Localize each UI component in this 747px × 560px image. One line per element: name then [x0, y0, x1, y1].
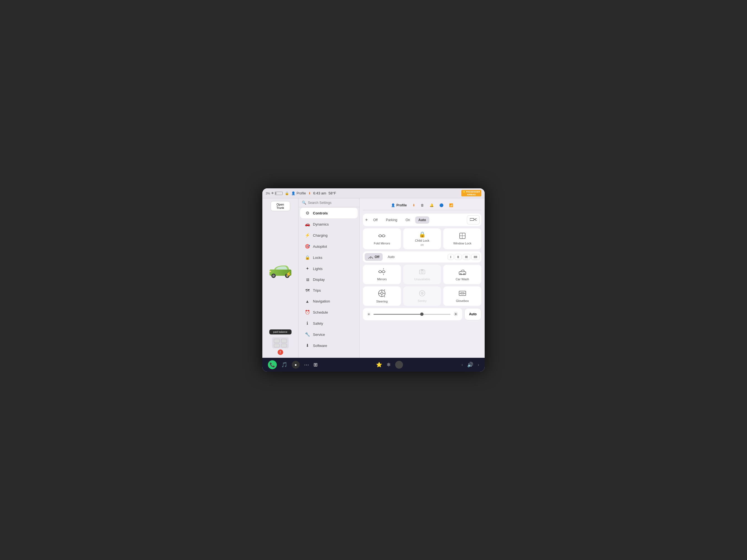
lights-on-button[interactable]: On — [402, 216, 413, 223]
nav-item-charging[interactable]: ⚡ Charging — [300, 230, 358, 241]
sentry-svg — [419, 290, 426, 297]
call-button[interactable]: 📞 — [268, 360, 277, 369]
main-area: Open Trunk — [262, 198, 485, 358]
grid-icon[interactable]: ⊞ — [313, 362, 318, 368]
nav-item-schedule[interactable]: ⏰ Schedule — [300, 307, 358, 318]
wiper-speed-1[interactable]: I — [448, 254, 454, 260]
profile-bar-profile[interactable]: 👤 Profile — [391, 203, 407, 207]
charging-label: Charging — [313, 233, 328, 238]
svg-rect-10 — [470, 218, 474, 220]
brightness-icon: ☀ — [367, 312, 371, 317]
paid-balance-button[interactable]: paid balance — [269, 329, 291, 335]
nav-item-dynamics[interactable]: 🚗 Dynamics — [300, 219, 358, 230]
wiper-off-button[interactable]: Off — [365, 253, 383, 261]
next-chevron[interactable]: › — [478, 363, 479, 367]
nav-item-controls[interactable]: ⊙ Controls — [300, 208, 358, 218]
nav-item-autopilot[interactable]: 🎯 Autopilot — [300, 241, 358, 252]
steering-label: Steering — [376, 300, 388, 303]
mirrors-adjust-label: Mirrors — [377, 277, 387, 281]
nav-item-software[interactable]: ⬇ Software — [300, 340, 358, 351]
mirror-lock-row: Fold Mirrors 🔒 Child Lock on — [363, 228, 481, 249]
auto-brightness-button[interactable]: Auto — [464, 308, 481, 320]
brightness-fill — [374, 314, 423, 315]
display-label: Display — [313, 277, 325, 282]
more-icon[interactable]: ⋯ — [304, 362, 309, 368]
status-left: 3% ❄ 🔒 👤 Profile ⬇ 6:43 am 58°F — [266, 191, 336, 195]
mirrors-adjust-icon — [378, 268, 386, 276]
controls-panel: 👤 Profile ⬇ 🗑 🔔 🔵 📶 — [360, 198, 485, 358]
child-lock-label: Child Lock — [415, 239, 429, 242]
battery-indicator: 3% ❄ — [266, 191, 283, 195]
profile-icon-top: 👤 — [291, 191, 295, 195]
charging-icon: ⚡ — [305, 233, 310, 238]
volume-icon[interactable]: 🔊 — [467, 362, 473, 368]
profile-button-top[interactable]: 👤 Profile — [291, 191, 306, 195]
profile-bar-bell[interactable]: 🔔 — [430, 203, 434, 207]
wiper-auto-button[interactable]: Auto — [384, 253, 398, 261]
signal-icon: 📶 — [449, 203, 453, 207]
lights-parking-button[interactable]: Parking — [383, 216, 401, 223]
car-wash-tile[interactable]: Car Wash — [443, 265, 481, 284]
wiper-speed-4[interactable]: IIII — [471, 254, 480, 260]
nav-item-trips[interactable]: 🗺 Trips — [300, 285, 358, 296]
nav-item-navigation[interactable]: ▲ Navigation — [300, 296, 358, 306]
status-right: ⭐ PASSENGERAIRBAG — [461, 190, 481, 196]
hd-icon — [470, 217, 476, 222]
wiper-icon — [368, 255, 374, 259]
lights-auto-button[interactable]: Auto — [415, 216, 429, 223]
wiper-speed-3[interactable]: III — [463, 254, 470, 260]
download-icon-top: ⬇ — [308, 191, 311, 195]
nav-item-lights[interactable]: ✦ Lights — [300, 263, 358, 274]
dynamics-icon: 🚗 — [305, 222, 310, 227]
fold-mirrors-tile[interactable]: Fold Mirrors — [363, 228, 401, 249]
brightness-thumb — [420, 313, 423, 316]
search-input[interactable] — [308, 201, 356, 205]
time-display: 6:43 am — [313, 191, 326, 195]
brightness-slider[interactable] — [374, 314, 450, 315]
wiper-speed-2[interactable]: II — [455, 254, 461, 260]
mirrors-adjust-tile[interactable]: Mirrors — [363, 265, 401, 284]
phone-icon: 📞 — [269, 362, 275, 368]
headlights-row: ✦ Off Parking On Auto — [363, 214, 481, 226]
steering-tile[interactable]: Steering — [363, 286, 401, 306]
lights-off-button[interactable]: Off — [370, 216, 381, 223]
headlight-icon: ✦ — [365, 217, 368, 222]
svg-point-20 — [421, 271, 423, 273]
temperature-display: 58°F — [329, 191, 336, 195]
circle-app-button[interactable] — [395, 361, 403, 369]
alert-dot: ! — [278, 349, 283, 355]
music-icon[interactable]: 🎵 — [281, 362, 287, 368]
profile-bar-bluetooth[interactable]: 🔵 — [439, 203, 443, 207]
svg-rect-6 — [274, 339, 280, 343]
open-trunk-button[interactable]: Open Trunk — [271, 201, 290, 211]
steering-sentry-row: Steering Sentry — [363, 286, 481, 306]
charging-badge: ⚡ — [285, 271, 291, 277]
hd-mode-button[interactable] — [467, 215, 480, 224]
svg-point-26 — [381, 292, 383, 294]
emoji-app-icon[interactable]: ⭐ — [376, 362, 382, 368]
nav-items: ⊙ Controls 🚗 Dynamics ⚡ Charging 🎯 Autop… — [299, 207, 359, 358]
glovebox-tile[interactable]: Glovebox — [443, 286, 481, 306]
camera-button[interactable]: ● — [292, 361, 300, 369]
status-bar: 3% ❄ 🔒 👤 Profile ⬇ 6:43 am 58°F ⭐ PASSEN… — [262, 188, 485, 198]
svg-line-11 — [474, 218, 476, 219]
svg-line-12 — [474, 219, 476, 220]
prev-chevron[interactable]: ‹ — [462, 363, 463, 367]
safety-icon: ℹ — [305, 321, 310, 326]
bluetooth-icon: 🔵 — [439, 203, 443, 207]
profile-bar-label: Profile — [396, 203, 407, 207]
window-lock-icon — [459, 233, 466, 241]
nav-item-service[interactable]: 🔧 Service — [300, 329, 358, 340]
nav-item-safety[interactable]: ℹ Safety — [300, 318, 358, 329]
nav-item-locks[interactable]: 🔒 Locks — [300, 252, 358, 263]
profile-bar-download[interactable]: ⬇ — [412, 203, 415, 207]
window-lock-tile[interactable]: Window Lock — [443, 228, 481, 249]
taskbar-right: ‹ 🔊 › — [462, 362, 479, 368]
fan-icon[interactable]: ❄ — [387, 362, 391, 368]
child-lock-tile[interactable]: 🔒 Child Lock on — [403, 228, 441, 249]
battery-percent: 3% — [266, 192, 270, 195]
profile-bar-signal[interactable]: 📶 — [449, 203, 453, 207]
schedule-label: Schedule — [313, 310, 328, 315]
profile-bar-delete[interactable]: 🗑 — [421, 203, 424, 207]
nav-item-display[interactable]: 🖥 Display — [300, 274, 358, 285]
